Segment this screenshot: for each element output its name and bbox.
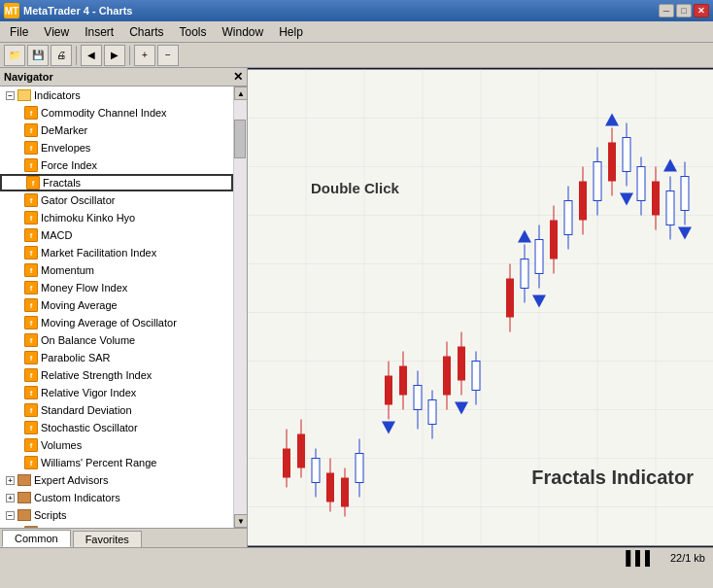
svg-rect-42 (472, 362, 480, 391)
toolbar-btn-2[interactable]: 💾 (27, 45, 49, 66)
svg-rect-18 (283, 449, 290, 478)
svg-rect-48 (535, 240, 543, 274)
maximize-button[interactable]: □ (676, 4, 692, 17)
expand-ea[interactable]: + (6, 476, 15, 485)
svg-rect-44 (506, 279, 514, 318)
scroll-up-btn[interactable]: ▲ (234, 86, 247, 100)
indicator-icon-money-flow: f (23, 280, 39, 295)
money-flow-label: Money Flow Index (41, 282, 127, 294)
tree-item-demarker[interactable]: f DeMarker (0, 121, 233, 139)
toolbar-btn-7[interactable]: − (157, 45, 179, 66)
indicator-icon-cci: f (23, 105, 39, 121)
menu-help[interactable]: Help (271, 23, 311, 41)
tree-item-envelopes[interactable]: f Envelopes (0, 139, 233, 156)
tree-item-mao[interactable]: f Moving Average of Oscillator (0, 314, 233, 331)
tree-item-ma[interactable]: f Moving Average (0, 296, 233, 314)
tab-common[interactable]: Common (2, 530, 71, 547)
menu-window[interactable]: Window (215, 23, 272, 41)
indicator-icon-mfi: f (23, 245, 39, 260)
tree-item-ichimoku[interactable]: f Ichimoku Kinko Hyo (0, 209, 233, 226)
indicator-icon-rsi: f (23, 367, 39, 383)
tree-item-gator[interactable]: f Gator Oscillator (0, 191, 233, 209)
title-bar: MT MetaTrader 4 - Charts ─ □ ✕ (0, 0, 713, 21)
navigator-panel: Navigator ✕ − Indicators f (0, 68, 248, 547)
tree-item-volumes[interactable]: f Volumes (0, 436, 233, 454)
toolbar-btn-3[interactable]: 🖨 (51, 45, 72, 66)
scripts-label: Scripts (34, 509, 67, 521)
tree-item-stochastic[interactable]: f Stochastic Oscillator (0, 419, 233, 436)
demarker-label: DeMarker (41, 124, 87, 136)
svg-rect-36 (428, 400, 436, 425)
indicator-icon-force: f (23, 157, 39, 173)
tree-item-stddev[interactable]: f Standard Deviation (0, 401, 233, 419)
indicator-icon-stochastic: f (23, 420, 39, 435)
tree-item-parabolic[interactable]: f Parabolic SAR (0, 349, 233, 366)
indicator-icon-ma: f (23, 297, 39, 313)
volumes-label: Volumes (41, 439, 82, 451)
tree-item-obv[interactable]: f On Balance Volume (0, 331, 233, 349)
parabolic-label: Parabolic SAR (41, 352, 111, 363)
navigator-scrollbar[interactable]: ▲ ▼ (233, 86, 247, 528)
tree-item-indicators-root[interactable]: − Indicators (0, 86, 233, 104)
tree-item-custom[interactable]: + Custom Indicators (0, 489, 233, 506)
tree-item-momentum[interactable]: f Momentum (0, 261, 233, 279)
title-bar-controls[interactable]: ─ □ ✕ (659, 4, 709, 17)
scroll-down-btn[interactable]: ▼ (234, 514, 247, 528)
indicator-icon-wpr: f (23, 455, 39, 470)
chart-type-icon: ▌▌▌ (626, 550, 655, 566)
close-button[interactable]: ✕ (694, 4, 709, 17)
tree-item-rsi[interactable]: f Relative Strength Index (0, 366, 233, 384)
tree-item-money-flow[interactable]: f Money Flow Index (0, 279, 233, 296)
expand-custom[interactable]: + (6, 494, 15, 502)
custom-label: Custom Indicators (34, 492, 120, 503)
chart-area[interactable]: Double Click Fractals Indicator (248, 68, 713, 547)
fractals-indicator-label: Fractals Indicator (531, 467, 694, 489)
svg-rect-40 (458, 347, 465, 381)
menu-insert[interactable]: Insert (77, 23, 121, 41)
tree-item-cci[interactable]: f Commodity Channel Index (0, 104, 233, 121)
menu-view[interactable]: View (36, 23, 77, 41)
toolbar-btn-4[interactable]: ◀ (81, 45, 102, 66)
menu-charts[interactable]: Charts (121, 23, 171, 41)
toolbar-btn-6[interactable]: + (134, 45, 155, 66)
expand-scripts[interactable]: − (6, 511, 15, 520)
tree-item-scripts[interactable]: − Scripts (0, 506, 233, 524)
tree-item-wpr[interactable]: f Williams' Percent Range (0, 454, 233, 471)
toolbar-btn-5[interactable]: ▶ (104, 45, 125, 66)
toolbar-btn-1[interactable]: 📁 (4, 45, 25, 66)
svg-rect-54 (579, 182, 587, 221)
navigator-close-btn[interactable]: ✕ (233, 70, 243, 84)
svg-rect-58 (608, 143, 616, 182)
tree-item-mfi[interactable]: f Market Facilitation Index (0, 244, 233, 261)
indicators-label: Indicators (34, 89, 81, 101)
navigator-title: Navigator (4, 71, 53, 83)
indicator-icon-momentum: f (23, 262, 39, 278)
menu-file[interactable]: File (2, 23, 36, 41)
macd-label: MACD (41, 229, 72, 241)
svg-rect-46 (521, 259, 528, 289)
indicator-icon-fractals: f (25, 175, 41, 190)
minimize-button[interactable]: ─ (659, 4, 674, 17)
fractals-nav-label: Fractals (43, 177, 81, 189)
scripts-folder-icon (17, 507, 32, 523)
indicator-icon-obv: f (23, 332, 39, 348)
ma-label: Moving Average (41, 299, 118, 311)
tree-item-rvi[interactable]: f Relative Vigor Index (0, 384, 233, 401)
menu-tools[interactable]: Tools (172, 23, 215, 41)
file-info: 22/1 kb (670, 552, 705, 564)
tab-favorites[interactable]: Favorites (73, 531, 142, 547)
navigator-header: Navigator ✕ (0, 68, 247, 86)
tree-item-fractals[interactable]: f Fractals (0, 174, 233, 191)
svg-rect-50 (550, 221, 558, 259)
scrollbar-thumb[interactable] (234, 120, 246, 158)
app-icon: MT (4, 3, 19, 18)
svg-rect-30 (385, 376, 392, 405)
obv-label: On Balance Volume (41, 334, 135, 346)
scrollbar-track[interactable] (234, 100, 247, 514)
expand-indicators[interactable]: − (6, 91, 15, 100)
tree-item-ea[interactable]: + Expert Advisors (0, 471, 233, 489)
tree-item-macd[interactable]: f MACD (0, 226, 233, 244)
indicator-icon-envelopes: f (23, 140, 39, 156)
tree-item-force-index[interactable]: f Force Index (0, 156, 233, 174)
svg-rect-56 (594, 162, 601, 201)
